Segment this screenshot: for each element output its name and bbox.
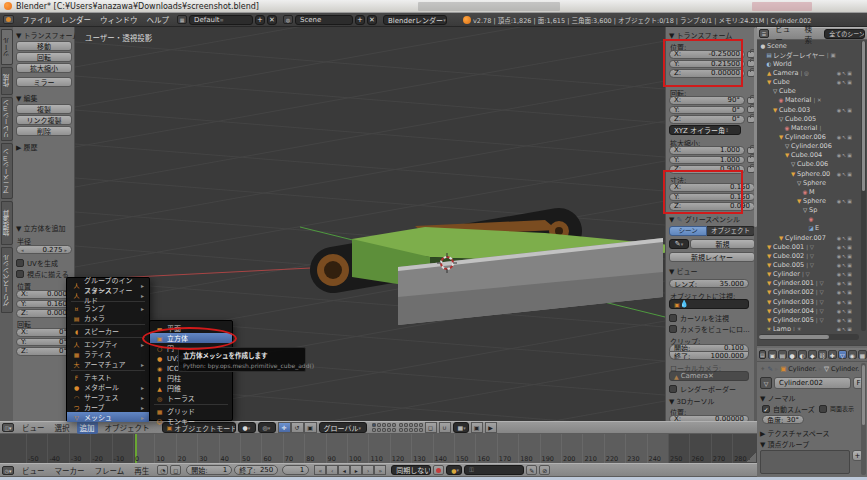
layer-selector[interactable] bbox=[372, 423, 423, 432]
viewport-menu-ビュー[interactable]: ビュー bbox=[19, 421, 48, 434]
mesh-submenu-item-モンキー[interactable]: ☺モンキー bbox=[150, 416, 232, 426]
delete-layout-button[interactable]: ✕ bbox=[267, 15, 277, 25]
delete-scene-button[interactable]: ✕ bbox=[367, 15, 377, 25]
renderable-camera-icon[interactable]: ▣ bbox=[847, 244, 852, 250]
renderable-camera-icon[interactable]: ▣ bbox=[847, 235, 852, 241]
renderable-camera-icon[interactable]: ▣ bbox=[847, 152, 852, 158]
renderable-camera-icon[interactable]: ▣ bbox=[847, 289, 852, 295]
generate-uv-checkbox[interactable]: UVを生成 bbox=[16, 258, 58, 268]
add-scene-button[interactable]: + bbox=[355, 15, 365, 25]
tool-shelf-tab-0[interactable]: ツール bbox=[1, 29, 13, 65]
render-opengl-anim-icon[interactable]: ▶ bbox=[485, 422, 497, 433]
renderable-camera-icon[interactable]: ▣ bbox=[847, 280, 852, 286]
layer-dot-14[interactable] bbox=[419, 423, 423, 427]
timeline-canvas[interactable]: -50-40-30-20-100102030405060708090100110… bbox=[0, 434, 757, 463]
scene-icon[interactable]: ◍ bbox=[283, 15, 293, 24]
outliner-row-Scene-0[interactable]: ●Scene bbox=[759, 41, 859, 50]
axis-field-Z[interactable]: Z:0.000 bbox=[16, 309, 72, 318]
add-menu-item-カーブ[interactable]: つカーブ▸ bbox=[67, 402, 149, 412]
outliner-row-Sphere-15[interactable]: ▽Sphere bbox=[759, 178, 859, 187]
jump-start-button[interactable]: « bbox=[314, 465, 326, 475]
lens-field[interactable]: レンズ:35.000 bbox=[669, 279, 749, 288]
outliner-row-E-20[interactable]: ◪E bbox=[759, 224, 859, 233]
mirror-button[interactable]: ミラー bbox=[16, 77, 72, 87]
tool-button-回転[interactable]: 回転 bbox=[16, 52, 72, 62]
selectable-cursor-icon[interactable]: ↖ bbox=[842, 152, 846, 158]
datablock-name-field[interactable]: Cylinder.002 bbox=[774, 377, 851, 389]
visibility-eye-icon[interactable]: ◉ bbox=[837, 198, 841, 204]
renderable-camera-icon[interactable]: ▣ bbox=[847, 308, 852, 314]
screen-layout-icon[interactable]: ▦ bbox=[177, 15, 187, 24]
visibility-eye-icon[interactable]: ◉ bbox=[837, 326, 841, 331]
tool-shelf-tab-4[interactable]: 物理演算 bbox=[1, 201, 13, 245]
keying-set-field[interactable]: ⚿ bbox=[464, 465, 524, 475]
editor-type-icon[interactable]: ◫▾ bbox=[2, 423, 14, 432]
tool-button-削除[interactable]: 削除 bbox=[16, 126, 72, 136]
outliner-row-Cube.006-13[interactable]: ▽Cube.006 bbox=[759, 160, 859, 169]
layer-dot-2[interactable] bbox=[382, 423, 386, 427]
axis-field-Z[interactable]: Z:0° bbox=[16, 347, 72, 356]
visibility-eye-icon[interactable]: ◉ bbox=[837, 107, 841, 113]
double-sided-checkbox[interactable]: 両面表示 bbox=[819, 404, 854, 413]
selectable-cursor-icon[interactable]: ↖ bbox=[842, 107, 846, 113]
editor-type-icon[interactable] bbox=[3, 15, 14, 24]
use-preview-range-icon[interactable]: ◔ bbox=[157, 465, 168, 475]
tab-modifiers[interactable]: ✚ bbox=[828, 350, 837, 359]
mesh-submenu-item-グリッド[interactable]: ▦グリッド bbox=[150, 406, 232, 416]
layer-dot-4[interactable] bbox=[392, 423, 396, 427]
tool-button-リンク複製[interactable]: リンク複製 bbox=[16, 115, 72, 125]
selectable-cursor-icon[interactable]: ↖ bbox=[842, 235, 846, 241]
next-keyframe-button[interactable]: › bbox=[362, 465, 374, 475]
layer-dot-1[interactable] bbox=[377, 423, 381, 427]
outliner-row-Cube-5[interactable]: ▽Cube bbox=[759, 87, 859, 96]
layer-dot-10[interactable] bbox=[399, 423, 403, 427]
visibility-eye-icon[interactable]: ◉ bbox=[837, 244, 841, 250]
selectable-cursor-icon[interactable]: ↖ bbox=[842, 317, 846, 323]
outliner-row-Cube.004-12[interactable]: ▼Cube.004◉↖▣ bbox=[759, 151, 859, 160]
tab-world[interactable]: ◐ bbox=[798, 350, 807, 359]
selectable-cursor-icon[interactable]: ↖ bbox=[842, 198, 846, 204]
outliner-row-Material-6[interactable]: ◉Material | ✕ bbox=[759, 96, 859, 105]
screen-layout-selector[interactable]: Default≡ bbox=[189, 15, 253, 25]
add-layout-button[interactable]: + bbox=[255, 15, 265, 25]
pin-icon[interactable]: ✎ bbox=[767, 365, 772, 373]
tool-shelf-tab-3[interactable]: アニメーション bbox=[1, 143, 13, 199]
visibility-eye-icon[interactable]: ◉ bbox=[837, 280, 841, 286]
viewport-menu-追加[interactable]: 追加 bbox=[77, 421, 98, 434]
orientation-selector[interactable]: グローバル▾ bbox=[319, 422, 367, 433]
tool-button-移動[interactable]: 移動 bbox=[16, 41, 72, 51]
tool-shelf-tab-1[interactable]: 作成 bbox=[1, 67, 13, 95]
visibility-eye-icon[interactable]: ◉ bbox=[837, 70, 841, 76]
mesh-submenu-item-平面[interactable]: ▬平面 bbox=[150, 323, 232, 333]
axis-field-Z[interactable]: Z:0° bbox=[669, 115, 745, 124]
axis-field-X[interactable]: X:1.000 bbox=[669, 146, 745, 155]
snap-element-selector[interactable]: ▦▾ bbox=[453, 422, 469, 433]
mesh-submenu-item-トーラス[interactable]: ◎トーラス bbox=[150, 393, 232, 403]
tab-object[interactable]: ◆ bbox=[808, 350, 817, 359]
pivot-selector[interactable]: ◎▾ bbox=[258, 422, 276, 433]
visibility-eye-icon[interactable]: ◉ bbox=[837, 271, 841, 277]
panel-header-3d-cursor[interactable]: ▼ 3Dカーソル bbox=[669, 396, 714, 406]
scene-selector[interactable]: Scene bbox=[295, 15, 353, 25]
axis-field-X[interactable]: X:0.150 bbox=[669, 183, 755, 192]
panel-header-history[interactable]: ▶ 履歴 bbox=[16, 142, 38, 152]
visibility-eye-icon[interactable]: ◉ bbox=[837, 299, 841, 305]
panel-header-texture-space[interactable]: ▶ テクスチャスペース bbox=[760, 428, 830, 438]
viewport-menu-選択[interactable]: 選択 bbox=[52, 421, 73, 434]
outliner-row-Cube.003-7[interactable]: ▼Cube.003◉↖▣ bbox=[759, 105, 859, 114]
outliner-filter-selector[interactable]: 全てのシーン▾ bbox=[824, 29, 865, 39]
outliner-row-Cylinder.006-11[interactable]: ▽Cylinder.006 bbox=[759, 142, 859, 151]
visibility-eye-icon[interactable]: ◉ bbox=[837, 289, 841, 295]
timeline-menu-マーカー[interactable]: マーカー bbox=[52, 464, 88, 477]
mesh-submenu-item-立方体[interactable]: ▣立方体 bbox=[150, 333, 232, 343]
panel-header-grease-pencil[interactable]: ▼ ✎ グリースペンシル bbox=[669, 214, 757, 224]
outliner-row-Cube.002-23[interactable]: ▼Cube.002 | ▽◉↖▣ bbox=[759, 251, 859, 260]
renderable-camera-icon[interactable]: ▣ bbox=[847, 79, 852, 85]
focus-object-field[interactable]: ▣💧 bbox=[669, 299, 749, 309]
axis-field-Y[interactable]: Y:0.160 bbox=[16, 300, 72, 309]
layer-dot-5[interactable] bbox=[372, 428, 376, 432]
layer-dot-15[interactable] bbox=[399, 428, 403, 432]
outliner-row-Lamp-31[interactable]: ☀Lamp | ☀◉↖▣ bbox=[759, 324, 859, 331]
outliner-row-Cube-4[interactable]: ▼Cube◉↖▣ bbox=[759, 78, 859, 87]
editor-type-icon[interactable]: ◷▾ bbox=[2, 466, 14, 475]
